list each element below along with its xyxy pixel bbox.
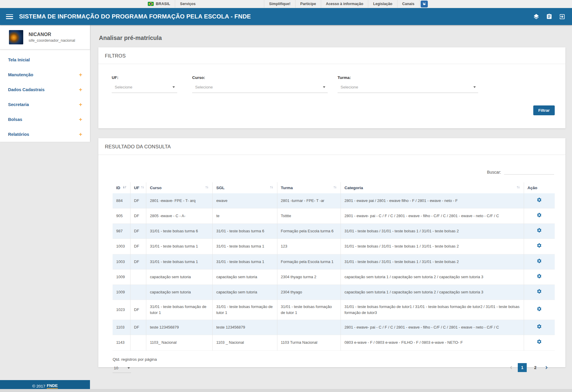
filtrar-button[interactable]: Filtrar	[533, 105, 555, 115]
expand-plus-icon[interactable]: +	[79, 132, 82, 136]
cell-turma: 1103 Turma Nacional	[277, 335, 341, 350]
govbar-link-servicos[interactable]: Serviços	[175, 0, 200, 8]
fnde-link[interactable]: FNDE	[47, 383, 58, 389]
sort-icon[interactable]	[333, 185, 337, 190]
cell-action	[524, 269, 555, 284]
gear-icon[interactable]	[537, 228, 542, 233]
page-button-1[interactable]: 1	[518, 363, 527, 372]
govbar-links-right: Simplifique!ParticipeAcesso à informação…	[264, 0, 429, 8]
table-body: 884DF2801 -ewave- FPE - T- arqewave2801 …	[113, 193, 555, 350]
filter-select[interactable]: Selecione	[338, 84, 478, 93]
gear-icon[interactable]	[537, 289, 542, 294]
gear-icon[interactable]	[537, 306, 542, 312]
govbar-link[interactable]: Legislação	[368, 0, 397, 8]
cell-uf	[130, 335, 146, 350]
gear-icon[interactable]	[537, 324, 542, 329]
vlibras-accessibility-icon[interactable]	[421, 1, 428, 7]
brasil-label: BRASIL	[156, 2, 170, 6]
cell-categoria: capacitação sem tutoria 1 / capacitação …	[341, 269, 524, 284]
gear-icon[interactable]	[537, 273, 542, 279]
column-label: Ação	[528, 186, 537, 190]
layers-icon[interactable]	[533, 13, 540, 20]
sidebar-item-bolsas[interactable]: Bolsas+	[0, 112, 90, 127]
column-header-uf[interactable]: UF	[130, 182, 146, 193]
filters-panel-title: FILTROS	[98, 47, 565, 64]
filter-select[interactable]: Selecione	[192, 84, 328, 93]
cell-sgl: te	[212, 209, 277, 224]
cell-sgl: 31/01 - teste bolsas formação de tutor 1	[212, 300, 277, 320]
expand-plus-icon[interactable]: +	[79, 102, 82, 107]
filter-field: UF:Selecione	[112, 75, 177, 93]
sort-icon[interactable]	[270, 185, 273, 190]
gear-icon[interactable]	[537, 197, 542, 203]
menu-hamburger-icon[interactable]	[6, 14, 13, 19]
cell-categoria: 2801 - ewave- pai - C / F / C / 2801 - e…	[341, 320, 524, 335]
cell-uf: DF	[130, 239, 146, 254]
vlibras-wrap	[419, 0, 429, 8]
sidebar-item-secretaria[interactable]: Secretaria+	[0, 97, 90, 112]
gear-icon[interactable]	[537, 212, 542, 218]
user-avatar	[9, 30, 23, 44]
cell-categoria: 0803 e-wave - F / 0803 e-wave - FILHO - …	[341, 335, 524, 350]
horizontal-scrollbar[interactable]	[0, 389, 572, 392]
prev-page-button[interactable]	[509, 365, 514, 370]
cell-categoria: 31/01 - teste bolsas / 31/01 - teste bol…	[341, 224, 524, 239]
cell-curso: teste 123456879	[146, 320, 213, 335]
gear-icon[interactable]	[537, 258, 542, 264]
sort-icon[interactable]	[141, 185, 144, 190]
next-page-button[interactable]	[544, 365, 549, 370]
sidebar-item-manuten-o[interactable]: Manutenção+	[0, 67, 90, 82]
cell-curso: 2805 -ewave - C - A-	[146, 209, 213, 224]
expand-plus-icon[interactable]: +	[79, 117, 82, 122]
app-header: SISTEMA DE INFORMAÇÃO DO PROGRAMA FORMAÇ…	[0, 8, 572, 25]
column-header-sgl[interactable]: SGL	[212, 182, 277, 193]
cell-action	[524, 193, 555, 209]
clipboard-icon[interactable]	[546, 13, 552, 20]
cell-uf: DF	[130, 300, 146, 320]
cell-categoria: capacitação sem tutoria 1 / capacitação …	[341, 284, 524, 300]
govbar-link[interactable]: Acesso à informação	[321, 0, 369, 8]
govbar-link[interactable]: Canais	[397, 0, 419, 8]
cell-uf	[130, 269, 146, 284]
column-header-id[interactable]: ID	[113, 182, 130, 193]
gear-icon[interactable]	[537, 339, 542, 344]
search-input[interactable]	[504, 169, 554, 175]
column-header-curso[interactable]: Curso	[146, 182, 213, 193]
filter-label: Curso:	[192, 75, 328, 80]
select-value: Selecione	[341, 85, 358, 89]
column-label: ID	[116, 186, 120, 190]
govbar-link[interactable]: Participe	[296, 0, 321, 8]
cell-curso: 31/01 - teste bolsas turma 1	[146, 239, 213, 254]
gear-icon[interactable]	[537, 243, 542, 248]
sort-icon[interactable]	[123, 185, 127, 190]
column-label: Turma	[281, 186, 293, 190]
sidebar-item-dados-cadastrais[interactable]: Dados Cadastrais+	[0, 82, 90, 97]
column-header-categoria[interactable]: Categoria	[341, 182, 524, 193]
main-content: Analisar pré-matrícula FILTROS UF:Seleci…	[90, 25, 572, 392]
cell-action	[524, 254, 555, 269]
page-button-2[interactable]: 2	[531, 363, 540, 372]
cell-sgl: 31/01 - teste bolsas turma 6	[212, 224, 277, 239]
sort-icon[interactable]	[516, 185, 520, 190]
cell-sgl: 31/01 - teste bolsas turma 1	[212, 239, 277, 254]
cell-action	[524, 335, 555, 350]
logout-icon[interactable]	[559, 13, 565, 20]
cell-curso: capacitação sem tutoria	[146, 269, 213, 284]
filter-field: Turma:Selecione	[338, 75, 478, 93]
sidebar-item-tela-inicial[interactable]: Tela Inicial	[0, 52, 90, 67]
column-label: UF	[134, 186, 139, 190]
sidebar-item-relat-rios[interactable]: Relatórios+	[0, 127, 90, 142]
cell-curso: 31/01 - teste bolsas formação de tutor 1	[146, 300, 213, 320]
per-page-select[interactable]: 10	[113, 366, 131, 373]
expand-plus-icon[interactable]: +	[79, 88, 82, 92]
govbar-link[interactable]: Simplifique!	[264, 0, 296, 8]
filter-select[interactable]: Selecione	[112, 84, 177, 93]
cell-action	[524, 224, 555, 239]
sort-icon[interactable]	[205, 185, 209, 190]
cell-action	[524, 239, 555, 254]
expand-plus-icon[interactable]: +	[79, 73, 82, 77]
sidebar-item-label: Bolsas	[8, 117, 22, 122]
cell-curso: 31/01 - teste bolsas turma 1	[146, 254, 213, 269]
column-header-turma[interactable]: Turma	[277, 182, 341, 193]
brasil-brand[interactable]: BRASIL	[143, 0, 175, 8]
